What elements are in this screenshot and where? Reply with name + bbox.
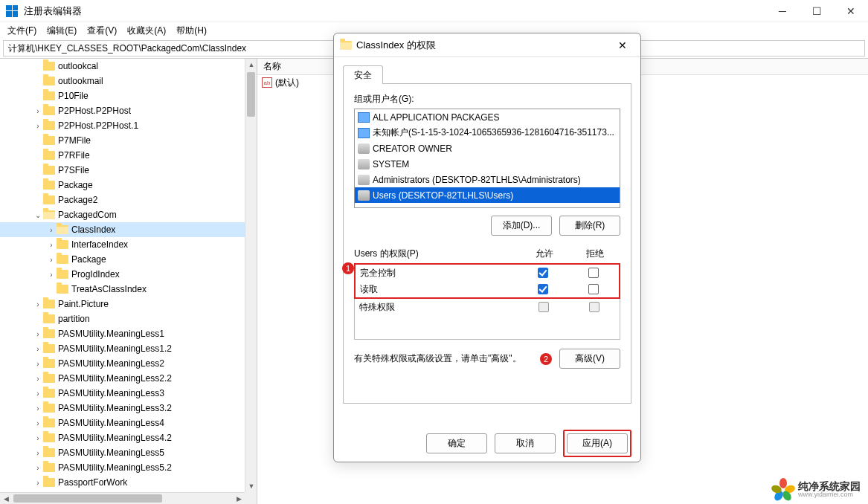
tree-item[interactable]: ›PASMUtility.MeaningLess3: [0, 386, 245, 401]
group-label: SYSTEM: [373, 159, 409, 169]
tree-expander-icon[interactable]: ›: [33, 360, 43, 368]
scroll-thumb-horizontal[interactable]: [13, 494, 162, 503]
column-deny: 拒绝: [570, 248, 620, 260]
tree-expander-icon[interactable]: ›: [33, 464, 43, 472]
tree-item[interactable]: ›P2PHost.P2PHost.1: [0, 118, 245, 133]
checkbox-allow[interactable]: [538, 268, 548, 278]
scroll-right-icon[interactable]: ▶: [233, 493, 245, 504]
tree-expander-icon[interactable]: ›: [33, 419, 43, 427]
menu-view[interactable]: 查看(V): [83, 23, 121, 39]
tree-item[interactable]: ⌄PackagedCom: [0, 207, 245, 222]
tree-viewport[interactable]: outlookcaloutlookmailP10File›P2PHost.P2P…: [0, 59, 245, 492]
group-row[interactable]: CREATOR OWNER: [355, 140, 620, 156]
checkbox-deny[interactable]: [588, 284, 599, 294]
groups-listbox[interactable]: ALL APPLICATION PACKAGES未知帐户(S-1-15-3-10…: [354, 109, 620, 208]
tree-item[interactable]: ›PassportForWork: [0, 475, 245, 490]
tree-item[interactable]: ›InterfaceIndex: [0, 237, 245, 252]
menu-favorites[interactable]: 收藏夹(A): [123, 23, 170, 39]
scroll-up-icon[interactable]: ▲: [245, 59, 257, 71]
tree-item[interactable]: ›PASMUtility.MeaningLess4: [0, 416, 245, 430]
tree-item[interactable]: ›PASMUtility.MeaningLess4.2: [0, 430, 245, 445]
tree-item[interactable]: P7SFile: [0, 163, 245, 178]
group-row[interactable]: SYSTEM: [355, 156, 620, 172]
group-icon: [358, 190, 370, 201]
tree-item[interactable]: ›PASMUtility.MeaningLess3.2: [0, 401, 245, 416]
tree-item[interactable]: ›P2PHost.P2PHost: [0, 103, 245, 118]
advanced-button[interactable]: 高级(V): [559, 349, 620, 369]
tree-item[interactable]: ›Package: [0, 252, 245, 267]
apply-button[interactable]: 应用(A): [567, 433, 628, 453]
menu-file[interactable]: 文件(F): [3, 23, 41, 39]
tree-expander-icon[interactable]: ›: [46, 241, 57, 249]
tab-security[interactable]: 安全: [343, 65, 383, 84]
group-row[interactable]: ALL APPLICATION PACKAGES: [355, 109, 620, 125]
remove-button[interactable]: 删除(R): [559, 216, 620, 236]
tree-expander-icon[interactable]: ›: [33, 122, 43, 130]
permissions-header: Users 的权限(P) 允许 拒绝: [354, 248, 620, 260]
tree-item[interactable]: ›PASMUtility.MeaningLess1: [0, 326, 245, 341]
tree-expander-icon[interactable]: ›: [33, 479, 43, 487]
tree-item[interactable]: ›PASMUtility.MeaningLess2.2: [0, 371, 245, 386]
tree-item[interactable]: ›PASMUtility.MeaningLess5.2: [0, 460, 245, 475]
folder-icon: [43, 77, 55, 85]
tree-item-label: P2PHost.P2PHost.1: [58, 120, 138, 131]
string-value-icon: ab: [262, 77, 272, 88]
tree-expander-icon[interactable]: ⌄: [33, 211, 43, 219]
checkbox-allow[interactable]: [538, 284, 548, 294]
tree-item[interactable]: partition: [0, 311, 245, 326]
tree-item[interactable]: TreatAsClassIndex: [0, 282, 245, 297]
tree-expander-icon[interactable]: ›: [33, 404, 43, 413]
tree-expander-icon[interactable]: ›: [33, 345, 43, 353]
tree-expander-icon[interactable]: ›: [46, 256, 57, 264]
close-button[interactable]: ✕: [834, 0, 868, 22]
tree-item[interactable]: ›PASMUtility.MeaningLess1.2: [0, 341, 245, 356]
group-row[interactable]: 未知帐户(S-1-15-3-1024-1065365936-1281604716…: [355, 125, 620, 140]
tree-item[interactable]: Package: [0, 178, 245, 193]
tree-expander-icon[interactable]: ›: [33, 434, 43, 442]
group-row[interactable]: Administrators (DESKTOP-82TLHLS\Administ…: [355, 172, 620, 187]
tree-item-label: PASMUtility.MeaningLess5: [58, 448, 164, 458]
tree-expander-icon[interactable]: ›: [33, 390, 43, 398]
add-button[interactable]: 添加(D)...: [491, 216, 552, 236]
tree-item[interactable]: Package2: [0, 193, 245, 207]
dialog-close-button[interactable]: ✕: [611, 35, 634, 56]
scroll-left-icon[interactable]: ◀: [0, 493, 12, 504]
checkbox-deny[interactable]: [588, 268, 599, 278]
scroll-thumb-vertical[interactable]: [247, 72, 255, 117]
tree-item[interactable]: P7MFile: [0, 133, 245, 148]
tree-scrollbar-horizontal[interactable]: ◀ ▶: [0, 492, 245, 504]
menu-edit[interactable]: 编辑(E): [42, 23, 81, 39]
tree-item[interactable]: outlookmail: [0, 74, 245, 88]
tree-expander-icon[interactable]: ›: [33, 375, 43, 383]
folder-icon: [43, 62, 55, 71]
ok-button[interactable]: 确定: [426, 433, 487, 453]
tree-item-label: TreatAsClassIndex: [71, 284, 147, 294]
tree-scrollbar-vertical[interactable]: ▲ ▼: [245, 59, 257, 492]
minimize-button[interactable]: ─: [765, 0, 800, 22]
menu-help[interactable]: 帮助(H): [172, 23, 211, 39]
tree-item[interactable]: ›Paint.Picture: [0, 297, 245, 311]
folder-icon: [43, 196, 55, 204]
maximize-button[interactable]: ☐: [800, 0, 834, 22]
tree-item[interactable]: outlookcal: [0, 59, 245, 74]
folder-icon: [43, 433, 55, 442]
tree-item[interactable]: P7RFile: [0, 148, 245, 163]
tree-item-label: outlookmail: [58, 76, 103, 86]
group-row[interactable]: Users (DESKTOP-82TLHLS\Users): [355, 187, 620, 203]
tree-item[interactable]: ›PASMUtility.MeaningLess5: [0, 445, 245, 460]
tree-item[interactable]: ›ProgIdIndex: [0, 267, 245, 282]
tree-expander-icon[interactable]: ›: [46, 226, 57, 234]
tree-expander-icon[interactable]: ›: [33, 300, 43, 308]
perm-row: 完全控制: [356, 265, 619, 281]
tree-expander-icon[interactable]: ›: [33, 330, 43, 338]
tree-item[interactable]: ›ClassIndex: [0, 222, 245, 237]
tree-item[interactable]: P10File: [0, 88, 245, 103]
cancel-button[interactable]: 取消: [495, 433, 556, 453]
folder-icon: [43, 151, 55, 160]
tree-expander-icon[interactable]: ›: [46, 271, 57, 279]
scroll-down-icon[interactable]: ▼: [245, 480, 257, 492]
tree-item[interactable]: ›PASMUtility.MeaningLess2: [0, 356, 245, 371]
tree-expander-icon[interactable]: ›: [33, 449, 43, 457]
tree-expander-icon[interactable]: ›: [33, 107, 43, 115]
address-text: 计算机\HKEY_CLASSES_ROOT\PackagedCom\ClassI…: [8, 42, 246, 55]
